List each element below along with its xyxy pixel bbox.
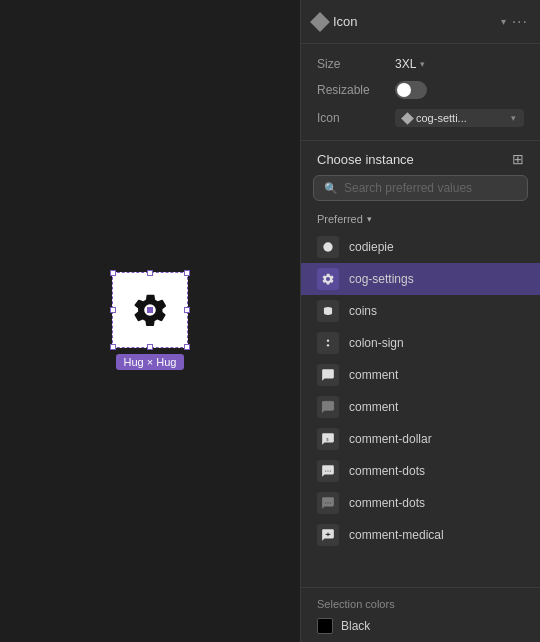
instance-list: codiepie cog-settings coins colon-sign	[301, 231, 540, 587]
svg-rect-12	[326, 534, 331, 535]
item-label: cog-settings	[349, 272, 414, 286]
list-item[interactable]: comment-dots	[301, 487, 540, 519]
icon-selector-label: cog-setti...	[416, 112, 507, 124]
canvas: Hug × Hug	[0, 0, 300, 642]
selection-colors-section: Selection colors Black	[301, 587, 540, 642]
item-thumbnail	[317, 492, 339, 514]
icon-selector-chevron-icon: ▾	[511, 113, 516, 123]
corner-handle-br[interactable]	[184, 344, 190, 350]
corner-handle-bm[interactable]	[147, 344, 153, 350]
resizable-label: Resizable	[317, 83, 387, 97]
list-item[interactable]: comment-dots	[301, 455, 540, 487]
list-item[interactable]: cog-settings	[301, 263, 540, 295]
size-label: Size	[317, 57, 387, 71]
svg-point-5	[325, 470, 326, 471]
item-thumbnail	[317, 236, 339, 258]
size-property: Size 3XL ▾	[301, 52, 540, 76]
properties-section: Size 3XL ▾ Resizable Icon cog-setti... ▾	[301, 44, 540, 141]
panel-header: Icon ▾ ···	[301, 0, 540, 44]
search-box: 🔍	[313, 175, 528, 201]
svg-point-0	[323, 242, 332, 251]
resizable-property: Resizable	[301, 76, 540, 104]
icon-selector[interactable]: cog-setti... ▾	[395, 109, 524, 127]
choose-instance-title: Choose instance	[317, 152, 414, 167]
cog-svg-icon	[130, 290, 170, 330]
panel-title: Icon	[333, 14, 495, 29]
item-icon	[321, 400, 335, 414]
corner-handle-tl[interactable]	[110, 270, 116, 276]
more-options-button[interactable]: ···	[512, 13, 528, 31]
item-icon	[321, 272, 335, 286]
svg-point-7	[330, 470, 331, 471]
icon-property: Icon cog-setti... ▾	[301, 104, 540, 132]
size-chevron-icon: ▾	[420, 59, 425, 69]
color-swatch[interactable]	[317, 618, 333, 634]
list-item[interactable]: coins	[301, 295, 540, 327]
icon-label: Icon	[317, 111, 387, 125]
icon-frame: Hug × Hug	[112, 272, 188, 370]
list-item[interactable]: codiepie	[301, 231, 540, 263]
search-icon: 🔍	[324, 182, 338, 195]
item-thumbnail	[317, 460, 339, 482]
item-icon	[321, 240, 335, 254]
diamond-icon	[310, 12, 330, 32]
item-thumbnail	[317, 300, 339, 322]
item-icon	[321, 336, 335, 350]
item-icon	[321, 528, 335, 542]
svg-point-10	[330, 502, 331, 503]
search-input[interactable]	[344, 181, 517, 195]
color-row: Black	[317, 618, 524, 634]
svg-point-3	[327, 344, 329, 346]
item-thumbnail	[317, 524, 339, 546]
item-thumbnail	[317, 364, 339, 386]
corner-handle-tr[interactable]	[184, 270, 190, 276]
selection-colors-label: Selection colors	[317, 598, 524, 610]
size-value-container[interactable]: 3XL ▾	[395, 57, 425, 71]
icon-box	[112, 272, 188, 348]
list-item[interactable]: comment	[301, 359, 540, 391]
list-item[interactable]: $ comment-dollar	[301, 423, 540, 455]
svg-point-2	[327, 340, 329, 342]
list-item[interactable]: colon-sign	[301, 327, 540, 359]
item-thumbnail: $	[317, 428, 339, 450]
item-icon	[321, 368, 335, 382]
preferred-chevron-icon[interactable]: ▾	[367, 214, 372, 224]
item-thumbnail	[317, 268, 339, 290]
right-panel: Icon ▾ ··· Size 3XL ▾ Resizable Icon cog…	[300, 0, 540, 642]
svg-point-9	[327, 502, 328, 503]
preferred-section-header: Preferred ▾	[301, 209, 540, 231]
item-icon: $	[321, 432, 335, 446]
item-thumbnail	[317, 396, 339, 418]
item-thumbnail	[317, 332, 339, 354]
corner-handle-bl[interactable]	[110, 344, 116, 350]
item-label: comment-dollar	[349, 432, 432, 446]
item-label: codiepie	[349, 240, 394, 254]
item-label: comment	[349, 368, 398, 382]
item-icon	[321, 304, 335, 318]
title-chevron-icon[interactable]: ▾	[501, 16, 506, 27]
item-label: comment	[349, 400, 398, 414]
item-label: comment-dots	[349, 496, 425, 510]
icon-selector-diamond	[401, 112, 414, 125]
corner-handle-ml[interactable]	[110, 307, 116, 313]
preferred-label: Preferred	[317, 213, 363, 225]
item-label: comment-dots	[349, 464, 425, 478]
frame-label: Hug × Hug	[116, 354, 185, 370]
color-name: Black	[341, 619, 370, 633]
svg-point-6	[327, 470, 328, 471]
search-container: 🔍	[301, 175, 540, 209]
grid-view-icon[interactable]: ⊞	[512, 151, 524, 167]
item-label: coins	[349, 304, 377, 318]
resizable-toggle[interactable]	[395, 81, 427, 99]
list-item[interactable]: comment	[301, 391, 540, 423]
choose-instance-header: Choose instance ⊞	[301, 141, 540, 175]
list-item[interactable]: comment-medical	[301, 519, 540, 551]
item-icon	[321, 464, 335, 478]
corner-handle-mr[interactable]	[184, 307, 190, 313]
item-icon	[321, 496, 335, 510]
corner-handle-tm[interactable]	[147, 270, 153, 276]
item-label: comment-medical	[349, 528, 444, 542]
svg-point-8	[325, 502, 326, 503]
item-label: colon-sign	[349, 336, 404, 350]
size-value: 3XL	[395, 57, 416, 71]
